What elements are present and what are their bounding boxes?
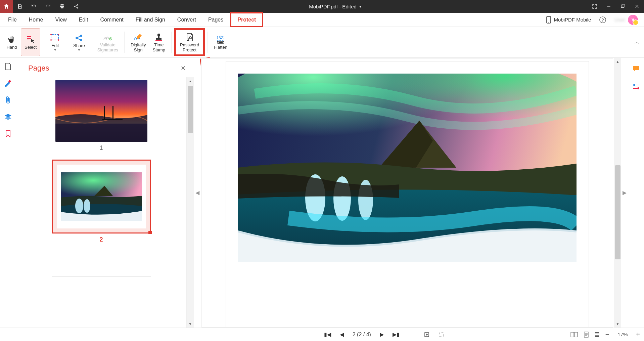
rotate-right-button[interactable] xyxy=(439,332,445,338)
rail-fill-sign[interactable] xyxy=(3,79,13,88)
mobipdf-mobile-link[interactable]: MobiPDF Mobile xyxy=(543,14,594,26)
svg-rect-59 xyxy=(595,332,599,333)
last-page-button[interactable]: ▶▮ xyxy=(393,331,400,338)
time-stamp-icon xyxy=(154,33,164,42)
svg-rect-34 xyxy=(112,106,113,120)
next-page-button[interactable]: ▶ xyxy=(380,331,384,338)
zoom-in-button[interactable]: + xyxy=(636,331,640,338)
menubar: File Home View Edit Comment Fill and Sig… xyxy=(0,13,644,27)
menu-edit[interactable]: Edit xyxy=(74,14,94,26)
tool-select[interactable]: Select xyxy=(21,28,40,56)
svg-rect-57 xyxy=(585,334,588,335)
statusbar: ▮◀ ◀ 2 (2 / 4) ▶ ▶▮ + − 17% + xyxy=(0,328,644,341)
rail-pages[interactable] xyxy=(3,62,13,71)
collapse-ribbon-button[interactable]: ︿ xyxy=(635,39,639,45)
svg-point-48 xyxy=(637,87,639,89)
svg-rect-26 xyxy=(189,38,192,41)
close-window-button[interactable] xyxy=(630,0,644,13)
svg-point-38 xyxy=(75,199,83,213)
menu-protect[interactable]: Protect xyxy=(232,14,261,26)
home-button[interactable] xyxy=(0,0,13,13)
help-icon: ? xyxy=(599,16,606,24)
collapse-left-panel-button[interactable]: ◀ xyxy=(194,58,201,328)
view-continuous-button[interactable] xyxy=(595,332,599,338)
menu-file[interactable]: File xyxy=(3,14,22,26)
save-button[interactable] xyxy=(13,0,27,13)
tool-edit[interactable]: Edit ▼ xyxy=(46,28,64,56)
scroll-up-button[interactable]: ▲ xyxy=(187,77,194,85)
redo-button[interactable] xyxy=(41,0,55,13)
page-indicator[interactable]: 2 (2 / 4) xyxy=(353,332,371,338)
svg-text:?: ? xyxy=(602,17,604,22)
user-menu[interactable]: User V xyxy=(611,13,641,27)
print-button[interactable] xyxy=(55,0,69,13)
maximize-button[interactable] xyxy=(616,0,630,13)
chevron-down-icon: ▼ xyxy=(78,48,81,52)
view-facing-button[interactable] xyxy=(570,332,578,337)
share-tool-icon xyxy=(74,33,84,43)
rail-comments[interactable] xyxy=(632,64,641,73)
tool-hand[interactable]: Hand xyxy=(3,28,21,56)
doc-scroll-down-button[interactable]: ▼ xyxy=(614,320,621,328)
doc-scrollbar-thumb[interactable] xyxy=(615,165,620,259)
redo-icon xyxy=(45,3,51,9)
svg-point-46 xyxy=(633,84,635,86)
share-button-titlebar[interactable] xyxy=(69,0,83,13)
document-vertical-scrollbar[interactable]: ▲ ▼ xyxy=(614,58,621,328)
page-thumbnail-2[interactable]: 2 xyxy=(52,160,151,243)
collapse-right-panel-button[interactable]: ▶ xyxy=(621,58,628,328)
document-canvas[interactable] xyxy=(201,58,613,328)
rail-attachments[interactable] xyxy=(3,95,13,105)
svg-rect-60 xyxy=(595,334,599,334)
tool-password-protect[interactable]: Password Protect xyxy=(177,31,202,54)
rail-layers[interactable] xyxy=(3,112,13,122)
first-page-button[interactable]: ▮◀ xyxy=(324,331,331,338)
page-thumbnail-3[interactable] xyxy=(52,254,151,277)
tool-flatten[interactable]: Flatten xyxy=(211,28,231,56)
titlebar: MobiPDF.pdf - Edited ▼ xyxy=(0,0,644,13)
save-icon xyxy=(17,3,23,9)
menu-fillsign[interactable]: Fill and Sign xyxy=(130,14,171,26)
rotate-left-button[interactable]: + xyxy=(424,332,430,338)
svg-rect-22 xyxy=(157,34,160,36)
close-pages-panel-button[interactable]: ✕ xyxy=(181,65,186,72)
pages-panel-title: Pages xyxy=(28,64,49,73)
share-icon xyxy=(73,3,79,9)
user-name-label: User xyxy=(614,17,625,23)
scrollbar-thumb[interactable] xyxy=(188,86,193,133)
help-button[interactable]: ? xyxy=(596,14,610,26)
scroll-down-button[interactable]: ▼ xyxy=(187,320,194,328)
tool-time-stamp[interactable]: Time Stamp xyxy=(149,28,169,56)
rail-bookmarks[interactable] xyxy=(3,129,13,138)
select-icon xyxy=(26,35,35,44)
zoom-out-button[interactable]: − xyxy=(605,331,609,338)
fullscreen-button[interactable] xyxy=(588,0,602,13)
doc-scroll-up-button[interactable]: ▲ xyxy=(614,58,621,65)
rail-properties[interactable] xyxy=(632,82,641,91)
document-area: ◀ xyxy=(194,58,628,328)
svg-rect-35 xyxy=(102,119,123,120)
svg-rect-58 xyxy=(585,335,587,336)
menu-view[interactable]: View xyxy=(50,14,72,26)
chevron-down-icon: ▼ xyxy=(54,48,57,52)
tool-digitally-sign[interactable]: Digitally Sign xyxy=(127,28,149,56)
menu-home[interactable]: Home xyxy=(24,14,49,26)
svg-point-16 xyxy=(50,39,52,41)
menu-pages[interactable]: Pages xyxy=(203,14,229,26)
minimize-button[interactable] xyxy=(602,0,616,13)
menu-convert[interactable]: Convert xyxy=(172,14,201,26)
svg-rect-55 xyxy=(584,332,588,337)
zoom-level[interactable]: 17% xyxy=(615,332,630,337)
svg-rect-11 xyxy=(27,38,31,39)
thumbnails-scrollbar[interactable]: ▲ ▼ xyxy=(186,77,194,328)
view-single-button[interactable] xyxy=(584,332,589,338)
tool-share[interactable]: Share ▼ xyxy=(70,28,88,56)
menu-comment[interactable]: Comment xyxy=(95,14,129,26)
document-image-aurora xyxy=(238,74,577,262)
undo-button[interactable] xyxy=(27,0,41,13)
title-dropdown-caret-icon[interactable]: ▼ xyxy=(359,5,362,8)
svg-rect-10 xyxy=(27,36,31,37)
menu-protect-highlight: Protect xyxy=(230,12,263,28)
page-thumbnail-1[interactable]: 1 xyxy=(55,80,147,152)
prev-page-button[interactable]: ◀ xyxy=(340,331,344,338)
